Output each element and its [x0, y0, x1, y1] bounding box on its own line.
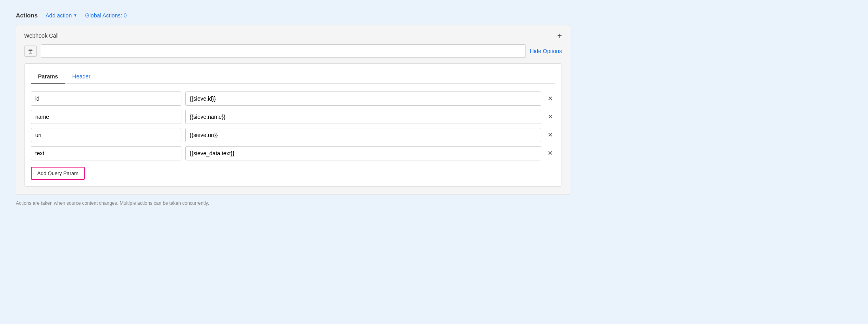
param-key-input-1[interactable] — [31, 110, 181, 124]
page-wrapper: Actions Add action ▼ Global Actions: 0 W… — [16, 12, 570, 206]
add-webhook-button[interactable]: + — [557, 32, 562, 40]
delete-webhook-button[interactable]: 🗑 — [24, 46, 37, 57]
actions-label: Actions — [16, 12, 38, 19]
param-key-input-0[interactable] — [31, 91, 181, 106]
add-query-param-button[interactable]: Add Query Param — [31, 167, 85, 180]
param-key-input-3[interactable] — [31, 146, 181, 160]
webhook-title: Webhook Call — [24, 32, 59, 39]
params-rows: ✕ ✕ ✕ ✕ — [31, 91, 555, 160]
tab-header[interactable]: Header — [65, 70, 98, 84]
remove-param-button-0[interactable]: ✕ — [545, 94, 555, 103]
param-value-input-0[interactable] — [185, 91, 541, 106]
remove-param-button-2[interactable]: ✕ — [545, 130, 555, 140]
tab-params[interactable]: Params — [31, 70, 65, 84]
param-row: ✕ — [31, 128, 555, 142]
remove-param-button-1[interactable]: ✕ — [545, 112, 555, 122]
top-bar: Actions Add action ▼ Global Actions: 0 — [16, 12, 570, 19]
param-value-input-3[interactable] — [185, 146, 541, 160]
caret-icon: ▼ — [73, 13, 77, 17]
tabs: Params Header — [31, 70, 555, 84]
param-row: ✕ — [31, 146, 555, 160]
webhook-header: Webhook Call + — [24, 32, 562, 40]
webhook-url-input[interactable] — [41, 44, 526, 58]
footer-note: Actions are taken when source content ch… — [16, 200, 570, 206]
param-row: ✕ — [31, 110, 555, 124]
param-key-input-2[interactable] — [31, 128, 181, 142]
webhook-card: Webhook Call + 🗑 Hide Options Params Hea… — [16, 25, 570, 195]
hide-options-button[interactable]: Hide Options — [530, 48, 562, 54]
url-row: 🗑 Hide Options — [24, 44, 562, 58]
param-row: ✕ — [31, 91, 555, 106]
remove-param-button-3[interactable]: ✕ — [545, 149, 555, 158]
param-value-input-1[interactable] — [185, 110, 541, 124]
trash-icon: 🗑 — [28, 48, 33, 54]
add-action-button[interactable]: Add action ▼ — [46, 12, 77, 19]
param-value-input-2[interactable] — [185, 128, 541, 142]
global-actions-label: Global Actions: 0 — [85, 12, 127, 19]
params-panel: Params Header ✕ ✕ — [24, 63, 562, 187]
